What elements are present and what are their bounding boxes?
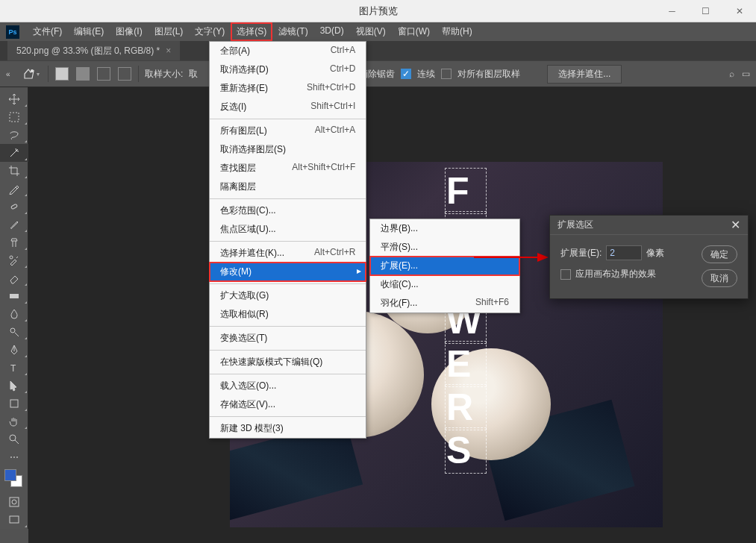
blur-tool[interactable]	[0, 305, 28, 323]
lasso-tool[interactable]	[0, 126, 28, 144]
menuitem-边界(B)...[interactable]: 边界(B)...	[370, 219, 519, 238]
document-tab[interactable]: 520.png @ 33.3% (图层 0, RGB/8) * ×	[7, 41, 180, 61]
selection-new-icon[interactable]	[55, 67, 69, 81]
menuitem-选择并遮住(K)...[interactable]: 选择并遮住(K)...Alt+Ctrl+R	[210, 244, 366, 263]
path-tool[interactable]	[0, 377, 28, 395]
menuitem-反选(I)[interactable]: 反选(I)Shift+Ctrl+I	[210, 98, 366, 116]
eyedropper-tool[interactable]	[0, 180, 28, 198]
menu-图像(I)[interactable]: 图像(I)	[110, 22, 148, 41]
menuitem-新建 3D 模型(3)[interactable]: 新建 3D 模型(3)	[210, 419, 366, 438]
svg-point-5	[10, 328, 15, 333]
menuitem-羽化(F)...[interactable]: 羽化(F)...Shift+F6	[370, 294, 519, 313]
screenmode-tool[interactable]	[0, 511, 28, 529]
menu-帮助(H)[interactable]: 帮助(H)	[436, 22, 478, 41]
svg-rect-4	[10, 294, 19, 298]
menuitem-收缩(C)...[interactable]: 收缩(C)...	[370, 275, 519, 294]
menuitem-选取相似(R)[interactable]: 选取相似(R)	[210, 305, 366, 324]
expand-amount-input[interactable]	[606, 245, 642, 260]
zoom-tool[interactable]	[0, 430, 28, 448]
canvas-area[interactable]: FLOWERS	[28, 87, 756, 543]
dialog-titlebar[interactable]: 扩展选区 ✕	[550, 216, 748, 235]
select-and-mask-button[interactable]: 选择并遮住...	[547, 65, 622, 84]
selection-intersect-icon[interactable]	[118, 67, 131, 81]
sample-size-value[interactable]: 取	[189, 68, 198, 81]
selection-subtract-icon[interactable]	[97, 67, 110, 81]
ok-button[interactable]: 确定	[702, 245, 737, 263]
dialog-close-icon[interactable]: ✕	[731, 218, 740, 232]
window-controls: ─ ☐ ✕	[655, 0, 756, 22]
marquee-tool[interactable]	[0, 108, 28, 126]
search-icon[interactable]: ⌕	[729, 69, 734, 79]
menuitem-扩大选取(G)[interactable]: 扩大选取(G)	[210, 286, 366, 305]
workspace-icon[interactable]: ▭	[742, 69, 750, 79]
menuitem-取消选择图层(S)[interactable]: 取消选择图层(S)	[210, 140, 366, 159]
menuitem-取消选择(D)[interactable]: 取消选择(D)Ctrl+D	[210, 60, 366, 79]
menuitem-在快速蒙版模式下编辑(Q)[interactable]: 在快速蒙版模式下编辑(Q)	[210, 353, 366, 371]
menuitem-存储选区(V)...[interactable]: 存储选区(V)...	[210, 395, 366, 414]
color-swatches[interactable]	[0, 466, 28, 493]
menu-选择(S)[interactable]: 选择(S)	[231, 22, 272, 41]
more-tools-icon[interactable]: ⋯	[0, 448, 28, 466]
pen-tool[interactable]	[0, 341, 28, 359]
document-tab-label: 520.png @ 33.3% (图层 0, RGB/8) *	[16, 45, 160, 57]
clone-tool[interactable]	[0, 233, 28, 251]
menu-图层(L)[interactable]: 图层(L)	[149, 22, 190, 41]
all-layers-label: 对所有图层取样	[457, 68, 520, 81]
tool-panel: T ⋯	[0, 87, 28, 529]
menuitem-隔离图层[interactable]: 隔离图层	[210, 178, 366, 196]
move-tool[interactable]	[0, 90, 28, 108]
cancel-button[interactable]: 取消	[702, 269, 737, 287]
shape-tool[interactable]	[0, 395, 28, 412]
svg-rect-11	[10, 516, 19, 523]
healing-tool[interactable]	[0, 198, 28, 216]
select-menu-dropdown: 全部(A)Ctrl+A取消选择(D)Ctrl+D重新选择(E)Shift+Ctr…	[209, 41, 366, 439]
menuitem-载入选区(O)...[interactable]: 载入选区(O)...	[210, 377, 366, 395]
menuitem-所有图层(L)[interactable]: 所有图层(L)Alt+Ctrl+A	[210, 122, 366, 140]
collapse-icon[interactable]: «	[6, 70, 15, 78]
current-tool-icon[interactable]: ▾	[21, 65, 42, 83]
menuitem-修改(M)[interactable]: 修改(M)	[210, 263, 366, 281]
minimize-button[interactable]: ─	[655, 0, 689, 22]
selection-add-icon[interactable]	[76, 67, 90, 81]
dodge-tool[interactable]	[0, 323, 28, 341]
svg-rect-1	[10, 113, 19, 122]
expand-amount-label: 扩展量(E):	[560, 247, 602, 260]
menu-编辑(E)[interactable]: 编辑(E)	[68, 22, 110, 41]
quickmask-tool[interactable]	[0, 493, 28, 511]
maximize-button[interactable]: ☐	[689, 0, 722, 22]
svg-marker-13	[537, 253, 549, 262]
sample-size-label: 取样大小:	[145, 68, 183, 81]
menuitem-全部(A)[interactable]: 全部(A)Ctrl+A	[210, 42, 366, 60]
magic-wand-tool[interactable]	[0, 144, 28, 162]
brush-tool[interactable]	[0, 216, 28, 233]
modify-submenu-dropdown: 边界(B)...平滑(S)...扩展(E)...收缩(C)...羽化(F)...…	[369, 219, 520, 313]
type-tool[interactable]: T	[0, 359, 28, 377]
history-brush-tool[interactable]	[0, 251, 28, 269]
menuitem-变换选区(T)[interactable]: 变换选区(T)	[210, 329, 366, 348]
menu-文字(Y)[interactable]: 文字(Y)	[189, 22, 231, 41]
menu-文件(F)[interactable]: 文件(F)	[27, 22, 68, 41]
crop-tool[interactable]	[0, 162, 28, 180]
gradient-tool[interactable]	[0, 287, 28, 305]
menuitem-焦点区域(U)...[interactable]: 焦点区域(U)...	[210, 220, 366, 239]
menuitem-重新选择(E)[interactable]: 重新选择(E)Shift+Ctrl+D	[210, 79, 366, 98]
eraser-tool[interactable]	[0, 269, 28, 287]
expand-selection-dialog: 扩展选区 ✕ 扩展量(E): 像素 应用画布边界的效果 确定 取消	[549, 215, 749, 299]
hand-tool[interactable]	[0, 412, 28, 430]
window-title: 图片预览	[359, 4, 398, 18]
close-button[interactable]: ✕	[722, 0, 756, 22]
menu-窗口(W)[interactable]: 窗口(W)	[392, 22, 436, 41]
svg-point-8	[10, 435, 16, 441]
foreground-color[interactable]	[4, 469, 16, 481]
menuitem-查找图层[interactable]: 查找图层Alt+Shift+Ctrl+F	[210, 159, 366, 178]
dialog-title: 扩展选区	[557, 219, 593, 231]
menuitem-色彩范围(C)...[interactable]: 色彩范围(C)...	[210, 201, 366, 220]
close-tab-icon[interactable]: ×	[166, 45, 171, 56]
menu-视图(V)[interactable]: 视图(V)	[350, 22, 392, 41]
canvas-bounds-checkbox[interactable]	[560, 269, 571, 280]
all-layers-checkbox[interactable]	[441, 69, 452, 79]
contiguous-checkbox[interactable]: ✓	[401, 69, 411, 79]
menu-滤镜(T)[interactable]: 滤镜(T)	[272, 22, 313, 41]
menu-3D(D)[interactable]: 3D(D)	[314, 22, 350, 41]
titlebar: 图片预览 ─ ☐ ✕	[0, 0, 756, 22]
